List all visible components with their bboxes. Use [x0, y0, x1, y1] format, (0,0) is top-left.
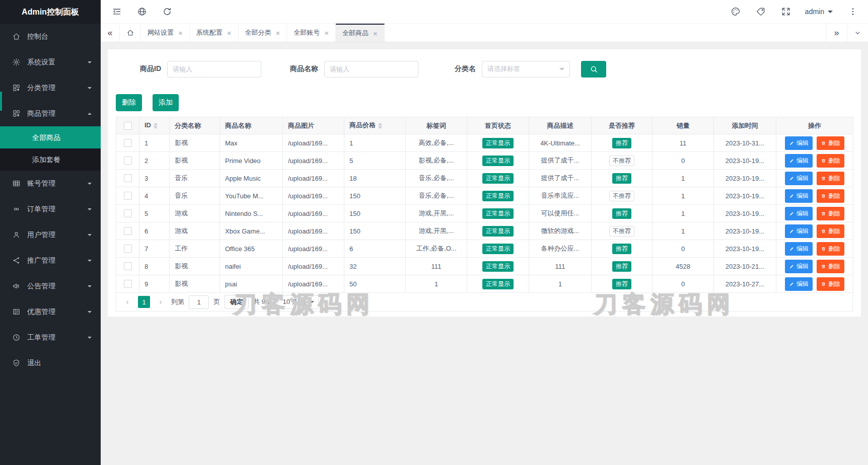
- sidebar-item-users[interactable]: 用户管理: [0, 222, 101, 248]
- close-icon[interactable]: ×: [324, 29, 329, 37]
- edit-button[interactable]: 编辑: [785, 207, 813, 220]
- delete-row-button[interactable]: 删除: [817, 242, 844, 256]
- cell-time: 2023-10-31...: [714, 134, 776, 152]
- fullscreen-icon[interactable]: [781, 7, 791, 17]
- row-checkbox[interactable]: [124, 245, 132, 253]
- cell-name: Apple Music: [220, 170, 283, 187]
- page-button[interactable]: 1: [138, 296, 150, 308]
- pencil-icon: [789, 246, 794, 252]
- edit-button[interactable]: 编辑: [785, 189, 813, 203]
- cell-category: 游戏: [170, 205, 220, 222]
- add-button[interactable]: 添加: [153, 94, 179, 111]
- user-menu[interactable]: admin: [805, 8, 833, 16]
- close-icon[interactable]: ×: [373, 30, 378, 37]
- delete-row-button[interactable]: 删除: [817, 189, 844, 203]
- cell-image: /upload/169...: [283, 134, 344, 152]
- tab[interactable]: 网站设置×: [141, 24, 190, 42]
- sort-icon[interactable]: [154, 121, 158, 131]
- product-name-label: 商品名称: [290, 64, 318, 73]
- sidebar-item-announce[interactable]: 公告管理: [0, 273, 101, 299]
- product-name-input[interactable]: [324, 61, 418, 78]
- delete-row-button[interactable]: 删除: [817, 277, 844, 291]
- refresh-icon[interactable]: [162, 7, 172, 17]
- edit-button[interactable]: 编辑: [785, 136, 813, 150]
- close-icon[interactable]: ×: [276, 29, 280, 37]
- edit-button[interactable]: 编辑: [785, 277, 813, 291]
- scroll-tabs-left-button[interactable]: «: [101, 24, 120, 42]
- delete-row-button[interactable]: 删除: [817, 207, 844, 220]
- row-checkbox[interactable]: [124, 192, 132, 200]
- sidebar-item-system[interactable]: 系统设置: [0, 49, 101, 75]
- close-icon[interactable]: ×: [178, 29, 183, 37]
- delete-row-button[interactable]: 删除: [817, 260, 844, 273]
- sidebar-item-logout[interactable]: 退出: [0, 350, 101, 376]
- jump-page-input[interactable]: [189, 295, 209, 309]
- page-size-select[interactable]: 10 条/页: [278, 295, 319, 309]
- cell-time: 2023-10-27...: [714, 275, 776, 293]
- delete-row-button[interactable]: 删除: [817, 172, 844, 185]
- sidebar-item-label: 退出: [27, 359, 92, 368]
- delete-row-button[interactable]: 删除: [817, 136, 844, 150]
- sidebar-item-promotion[interactable]: 推广管理: [0, 248, 101, 273]
- tabbar-right: »: [826, 24, 868, 42]
- column-header[interactable]: ID: [139, 117, 170, 134]
- sidebar-item-orders[interactable]: 订单管理: [0, 196, 101, 222]
- scroll-tabs-right-button[interactable]: »: [826, 24, 847, 42]
- sidebar-item-accounts[interactable]: 账号管理: [0, 171, 101, 196]
- edit-button[interactable]: 编辑: [785, 260, 813, 273]
- prev-page-icon[interactable]: ‹: [121, 296, 133, 308]
- app-window: Admin控制面板 控制台系统设置分类管理商品管理全部商品添加套餐账号管理订单管…: [0, 0, 868, 465]
- tab[interactable]: 全部账号×: [287, 24, 336, 42]
- sidebar-subitem[interactable]: 全部商品: [0, 126, 101, 148]
- tag-icon[interactable]: [756, 7, 766, 17]
- globe-icon[interactable]: [137, 7, 147, 17]
- home-tab-button[interactable]: [120, 24, 141, 42]
- more-options-icon[interactable]: [848, 7, 858, 17]
- row-checkbox[interactable]: [124, 139, 132, 147]
- tab-options-button[interactable]: [847, 24, 868, 42]
- product-id-input[interactable]: [167, 61, 261, 78]
- delete-button[interactable]: 删除: [116, 94, 142, 111]
- chevron-down-icon: [88, 285, 92, 289]
- close-icon[interactable]: ×: [227, 29, 232, 37]
- edit-button[interactable]: 编辑: [785, 224, 813, 238]
- cell-sales: 0: [653, 275, 714, 293]
- sidebar-item-workorder[interactable]: 工单管理: [0, 325, 101, 350]
- sidebar-subitem[interactable]: 添加套餐: [0, 148, 101, 171]
- jump-confirm-button[interactable]: 确定: [225, 295, 249, 309]
- tab[interactable]: 全部分类×: [239, 24, 287, 42]
- sidebar-item-category[interactable]: 分类管理: [0, 75, 101, 101]
- row-checkbox[interactable]: [124, 280, 132, 288]
- sidebar-item-dashboard[interactable]: 控制台: [0, 24, 101, 49]
- row-checkbox[interactable]: [124, 262, 132, 270]
- theme-palette-icon[interactable]: [731, 7, 741, 17]
- tab[interactable]: 系统配置×: [190, 24, 239, 42]
- sidebar-item-coupon[interactable]: 优惠管理: [0, 299, 101, 325]
- select-all-checkbox[interactable]: [124, 122, 132, 130]
- sidebar-item-goods[interactable]: 商品管理: [0, 101, 101, 126]
- cell-id: 5: [139, 205, 170, 222]
- pencil-icon: [789, 193, 794, 199]
- next-page-icon[interactable]: ›: [155, 296, 167, 308]
- edit-button[interactable]: 编辑: [785, 154, 813, 168]
- delete-row-button[interactable]: 删除: [817, 224, 844, 238]
- cell-tags: 游戏,开黑,...: [406, 205, 467, 222]
- search-button[interactable]: [581, 61, 606, 78]
- edit-button[interactable]: 编辑: [785, 172, 813, 185]
- cell-name: YouTube M...: [220, 187, 283, 205]
- table-row: 6游戏Xbox Game.../upload/169...150游戏,开黑,..…: [116, 222, 853, 240]
- category-select[interactable]: 请选择标签: [482, 61, 570, 78]
- row-checkbox[interactable]: [124, 209, 132, 217]
- collapse-sidebar-icon[interactable]: [112, 7, 122, 17]
- row-checkbox[interactable]: [124, 174, 132, 182]
- pagination: ‹ 1 › 到第 页 确定 共 9 条 10 条/页: [116, 293, 853, 312]
- tab[interactable]: 全部商品×: [336, 24, 385, 42]
- row-checkbox[interactable]: [124, 227, 132, 235]
- column-header[interactable]: 商品价格: [344, 117, 406, 134]
- sort-icon[interactable]: [378, 121, 382, 131]
- row-checkbox[interactable]: [124, 157, 132, 165]
- edit-button[interactable]: 编辑: [785, 242, 813, 256]
- pencil-icon: [789, 140, 794, 146]
- delete-row-button[interactable]: 删除: [817, 154, 844, 168]
- cell-image: /upload/169...: [283, 222, 344, 240]
